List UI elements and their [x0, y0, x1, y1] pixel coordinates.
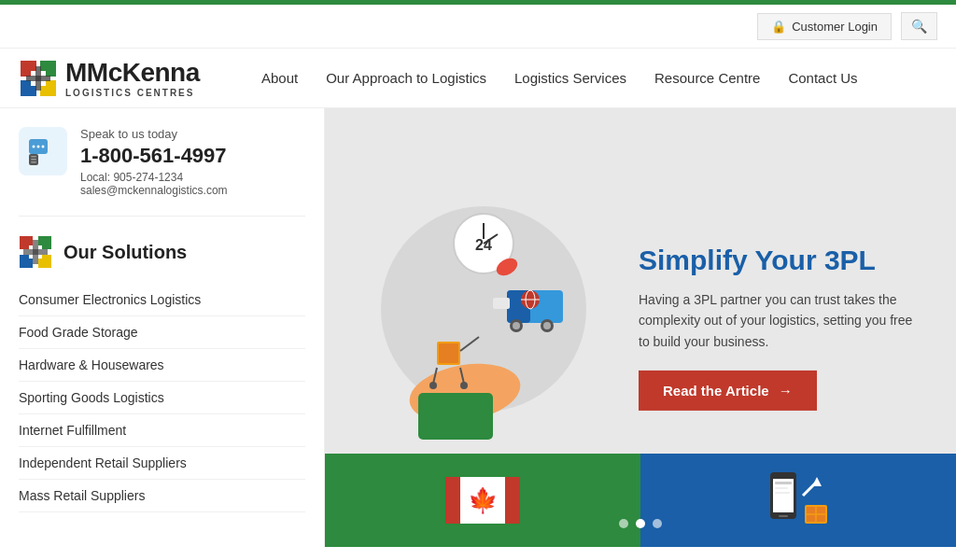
logo-text: MMcKenna LOGISTICS CENTRES: [65, 58, 200, 98]
svg-rect-54: [775, 482, 792, 484]
main-nav: About Our Approach to Logistics Logistic…: [261, 70, 858, 86]
header: MMcKenna LOGISTICS CENTRES About Our App…: [0, 49, 956, 108]
solution-item-1[interactable]: Consumer Electronics Logistics: [19, 284, 305, 316]
nav-services[interactable]: Logistics Services: [514, 70, 626, 86]
solutions-title: Our Solutions: [63, 242, 187, 263]
arrow-icon: →: [779, 383, 793, 399]
search-icon: 🔍: [911, 19, 927, 34]
mobile-box-icon: [766, 468, 831, 533]
logo-name: MMcKenna: [65, 58, 200, 88]
customer-login-label: Customer Login: [792, 20, 878, 34]
svg-rect-53: [779, 515, 788, 517]
read-article-label: Read the Article: [663, 383, 769, 399]
hero-text: Having a 3PL partner you can trust takes…: [639, 289, 919, 352]
solution-item-2[interactable]: Food Grade Storage: [19, 316, 305, 349]
contact-section: Speak to us today 1-800-561-4997 Local: …: [19, 127, 305, 217]
solutions-icon: [19, 235, 52, 269]
hero-illustration: 24: [344, 188, 624, 468]
svg-rect-49: [505, 477, 520, 524]
email-address: sales@mckennalogistics.com: [80, 184, 228, 197]
nav-resource[interactable]: Resource Centre: [654, 70, 760, 86]
hero-title: Simplify Your 3PL: [639, 245, 919, 276]
nav-about[interactable]: About: [261, 70, 298, 86]
slider-dots: [619, 519, 662, 528]
read-article-button[interactable]: Read the Article →: [639, 371, 817, 411]
phone-icon: [27, 135, 59, 167]
search-button[interactable]: 🔍: [901, 12, 937, 40]
svg-rect-41: [439, 343, 458, 363]
logo-area: MMcKenna LOGISTICS CENTRES: [19, 58, 224, 98]
slider-dot-2[interactable]: [636, 519, 645, 528]
svg-rect-56: [775, 492, 790, 494]
phone-number: 1-800-561-4997: [80, 144, 228, 168]
svg-rect-30: [493, 298, 510, 309]
lock-icon: 🔒: [771, 20, 786, 34]
main-content: Speak to us today 1-800-561-4997 Local: …: [0, 108, 956, 547]
phone-icon-wrap: [19, 127, 67, 175]
svg-point-8: [33, 146, 35, 148]
svg-point-32: [513, 322, 520, 329]
svg-rect-21: [23, 249, 48, 255]
customer-login-button[interactable]: 🔒 Customer Login: [757, 13, 892, 40]
slider-dot-1[interactable]: [619, 519, 628, 528]
sidebar: Speak to us today 1-800-561-4997 Local: …: [0, 108, 325, 547]
top-bar: 🔒 Customer Login 🔍: [0, 5, 956, 49]
svg-rect-13: [31, 159, 36, 161]
solution-item-6[interactable]: Independent Retail Suppliers: [19, 447, 305, 480]
svg-point-9: [37, 146, 40, 148]
bottom-panels: 🍁: [325, 454, 956, 547]
slider-dot-3[interactable]: [653, 519, 662, 528]
svg-text:🍁: 🍁: [468, 485, 499, 515]
canada-flag-icon: 🍁: [445, 477, 520, 524]
speak-today: Speak to us today: [80, 127, 228, 141]
solution-item-4[interactable]: Sporting Goods Logistics: [19, 382, 305, 414]
solutions-list: Consumer Electronics Logistics Food Grad…: [19, 284, 305, 512]
solution-item-5[interactable]: Internet Fulfillment: [19, 414, 305, 447]
svg-point-44: [429, 382, 437, 389]
svg-rect-6: [26, 76, 50, 81]
svg-rect-39: [418, 393, 493, 440]
svg-point-34: [543, 322, 551, 329]
svg-rect-55: [775, 487, 788, 489]
svg-point-45: [460, 382, 468, 389]
hero-content: Simplify Your 3PL Having a 3PL partner y…: [639, 245, 919, 411]
solutions-header: Our Solutions: [19, 235, 305, 269]
nav-approach[interactable]: Our Approach to Logistics: [326, 70, 486, 86]
svg-rect-12: [31, 156, 36, 158]
local-number: Local: 905-274-1234: [80, 171, 228, 184]
logo-icon: [19, 59, 58, 98]
panel-green: 🍁: [325, 454, 640, 547]
hero-area: 24: [325, 108, 956, 547]
hero-svg: 24: [344, 188, 624, 468]
solution-item-7[interactable]: Mass Retail Suppliers: [19, 480, 305, 512]
svg-point-10: [42, 146, 45, 148]
svg-rect-14: [31, 161, 36, 163]
nav-contact[interactable]: Contact Us: [788, 70, 857, 86]
logo-sub: LOGISTICS CENTRES: [65, 88, 200, 98]
svg-rect-48: [445, 477, 460, 524]
solution-item-3[interactable]: Hardware & Housewares: [19, 349, 305, 382]
panel-blue: [640, 454, 956, 547]
svg-marker-58: [812, 477, 822, 486]
contact-info: Speak to us today 1-800-561-4997 Local: …: [80, 127, 228, 197]
